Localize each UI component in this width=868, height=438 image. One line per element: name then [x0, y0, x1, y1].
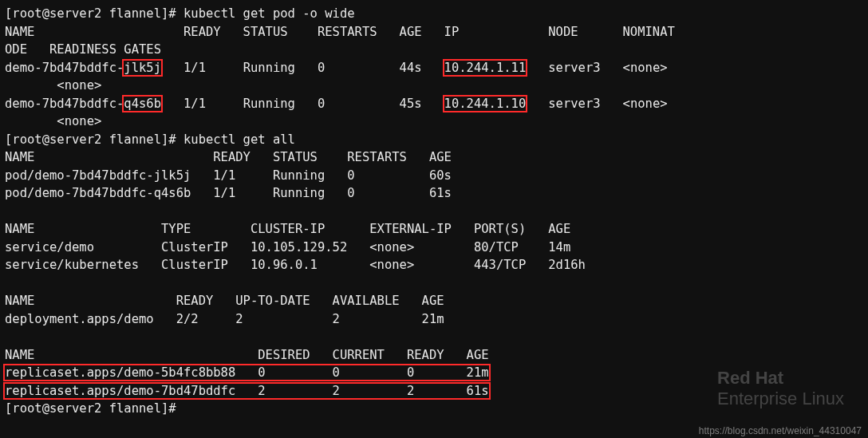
- blank-line: [5, 274, 863, 293]
- pod-name-prefix: demo-7bd47bddfc-: [5, 97, 124, 111]
- highlight-replicaset: replicaset.apps/demo-5b4fc8bb88 0 0 0 21…: [3, 364, 491, 381]
- highlight-pod-suffix: jlk5j: [122, 59, 163, 77]
- cmd-line-3[interactable]: [root@server2 flannel]#: [5, 400, 863, 418]
- prompt: [root@server2 flannel]#: [5, 6, 183, 21]
- pod-tail: server3 <none>: [526, 61, 667, 75]
- pod-name-prefix: demo-7bd47bddfc-: [5, 61, 124, 75]
- highlight-ip: 10.244.1.11: [443, 59, 528, 77]
- wide-header-2: ODE READINESS GATES: [5, 41, 863, 59]
- rs-row: replicaset.apps/demo-7bd47bddfc 2 2 2 61…: [5, 382, 863, 401]
- rs-header: NAME DESIRED CURRENT READY AGE: [5, 346, 863, 365]
- csdn-watermark: https://blog.csdn.net/weixin_44310047: [699, 425, 862, 436]
- blank-line: [5, 328, 863, 346]
- dep-row: deployment.apps/demo 2/2 2 2 21m: [5, 310, 863, 329]
- pods-row: pod/demo-7bd47bddfc-jlk5j 1/1 Running 0 …: [5, 167, 863, 185]
- wide-row-2: demo-7bd47bddfc-q4s6b 1/1 Running 0 45s …: [5, 95, 863, 113]
- pod-mid: 1/1 Running 0 45s: [161, 97, 444, 111]
- blank-line: [5, 203, 863, 221]
- wide-row-2b: <none>: [5, 112, 863, 131]
- svc-row: service/demo ClusterIP 10.105.129.52 <no…: [5, 239, 863, 257]
- highlight-ip: 10.244.1.10: [443, 95, 528, 112]
- cmd-line-1: [root@server2 flannel]# kubectl get pod …: [5, 5, 863, 23]
- wide-header: NAME READY STATUS RESTARTS AGE IP NODE N…: [5, 23, 863, 41]
- prompt: [root@server2 flannel]#: [5, 401, 183, 416]
- pod-mid: 1/1 Running 0 44s: [161, 61, 444, 75]
- command: kubectl get all: [183, 132, 295, 147]
- pod-tail: server3 <none>: [526, 97, 667, 111]
- highlight-replicaset: replicaset.apps/demo-7bd47bddfc 2 2 2 61…: [3, 382, 491, 400]
- cmd-line-2: [root@server2 flannel]# kubectl get all: [5, 131, 863, 149]
- command: kubectl get pod -o wide: [183, 6, 355, 21]
- pods-row: pod/demo-7bd47bddfc-q4s6b 1/1 Running 0 …: [5, 184, 863, 203]
- wide-row-1b: <none>: [5, 77, 863, 95]
- rs-row: replicaset.apps/demo-5b4fc8bb88 0 0 0 21…: [5, 364, 863, 382]
- svc-header: NAME TYPE CLUSTER-IP EXTERNAL-IP PORT(S)…: [5, 220, 863, 239]
- wide-row-1: demo-7bd47bddfc-jlk5j 1/1 Running 0 44s …: [5, 59, 863, 77]
- dep-header: NAME READY UP-TO-DATE AVAILABLE AGE: [5, 292, 863, 310]
- terminal[interactable]: [root@server2 flannel]# kubectl get pod …: [0, 0, 868, 423]
- pods-header: NAME READY STATUS RESTARTS AGE: [5, 148, 863, 167]
- highlight-pod-suffix: q4s6b: [122, 95, 163, 112]
- prompt: [root@server2 flannel]#: [5, 132, 183, 147]
- svc-row: service/kubernetes ClusterIP 10.96.0.1 <…: [5, 256, 863, 274]
